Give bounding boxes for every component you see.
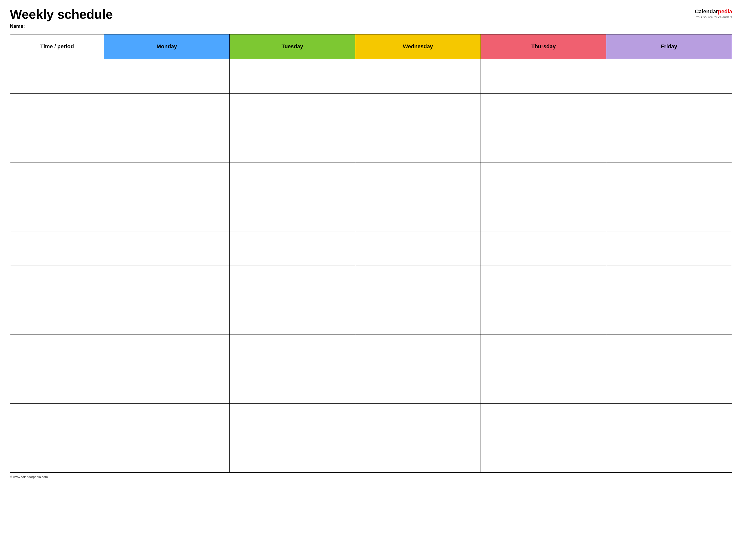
- table-row[interactable]: [10, 197, 732, 231]
- header-time: Time / period: [10, 34, 104, 59]
- header-thursday: Thursday: [481, 34, 606, 59]
- day-cell[interactable]: [481, 128, 606, 162]
- day-cell[interactable]: [606, 197, 732, 231]
- day-cell[interactable]: [355, 93, 481, 128]
- table-row[interactable]: [10, 59, 732, 93]
- day-cell[interactable]: [606, 266, 732, 300]
- day-cell[interactable]: [104, 59, 229, 93]
- day-cell[interactable]: [606, 128, 732, 162]
- day-cell[interactable]: [606, 438, 732, 472]
- day-cell[interactable]: [481, 438, 606, 472]
- day-cell[interactable]: [229, 231, 355, 266]
- time-cell[interactable]: [10, 266, 104, 300]
- time-cell[interactable]: [10, 197, 104, 231]
- header-friday: Friday: [606, 34, 732, 59]
- day-cell[interactable]: [481, 197, 606, 231]
- day-cell[interactable]: [481, 162, 606, 197]
- time-cell[interactable]: [10, 231, 104, 266]
- day-cell[interactable]: [606, 162, 732, 197]
- footer-text: © www.calendarpedia.com: [10, 475, 48, 479]
- table-row[interactable]: [10, 128, 732, 162]
- day-cell[interactable]: [104, 93, 229, 128]
- day-cell[interactable]: [229, 162, 355, 197]
- day-cell[interactable]: [229, 403, 355, 438]
- day-cell[interactable]: [606, 231, 732, 266]
- day-cell[interactable]: [104, 300, 229, 335]
- day-cell[interactable]: [481, 335, 606, 369]
- time-cell[interactable]: [10, 335, 104, 369]
- table-row[interactable]: [10, 438, 732, 472]
- day-cell[interactable]: [606, 335, 732, 369]
- day-cell[interactable]: [104, 438, 229, 472]
- day-cell[interactable]: [229, 300, 355, 335]
- day-cell[interactable]: [481, 266, 606, 300]
- header-tuesday: Tuesday: [229, 34, 355, 59]
- day-cell[interactable]: [481, 369, 606, 403]
- logo-black-text: Calendar: [695, 8, 718, 14]
- table-row[interactable]: [10, 403, 732, 438]
- footer: © www.calendarpedia.com: [10, 475, 732, 479]
- day-cell[interactable]: [606, 369, 732, 403]
- header-monday: Monday: [104, 34, 229, 59]
- time-cell[interactable]: [10, 162, 104, 197]
- day-cell[interactable]: [355, 197, 481, 231]
- day-cell[interactable]: [104, 128, 229, 162]
- day-cell[interactable]: [606, 93, 732, 128]
- logo-section: Calendarpedia Your source for calendars: [695, 8, 732, 19]
- day-cell[interactable]: [229, 438, 355, 472]
- day-cell[interactable]: [355, 300, 481, 335]
- time-cell[interactable]: [10, 369, 104, 403]
- day-cell[interactable]: [481, 403, 606, 438]
- day-cell[interactable]: [355, 162, 481, 197]
- day-cell[interactable]: [104, 335, 229, 369]
- day-cell[interactable]: [481, 93, 606, 128]
- time-cell[interactable]: [10, 93, 104, 128]
- day-cell[interactable]: [104, 231, 229, 266]
- header-wednesday: Wednesday: [355, 34, 481, 59]
- table-row[interactable]: [10, 335, 732, 369]
- day-cell[interactable]: [104, 197, 229, 231]
- time-cell[interactable]: [10, 128, 104, 162]
- day-cell[interactable]: [229, 369, 355, 403]
- day-cell[interactable]: [355, 369, 481, 403]
- day-cell[interactable]: [606, 300, 732, 335]
- schedule-table: Time / period Monday Tuesday Wednesday T…: [10, 34, 732, 472]
- time-cell[interactable]: [10, 438, 104, 472]
- day-cell[interactable]: [229, 128, 355, 162]
- day-cell[interactable]: [229, 335, 355, 369]
- table-row[interactable]: [10, 300, 732, 335]
- day-cell[interactable]: [104, 162, 229, 197]
- page-title: Weekly schedule: [10, 7, 113, 21]
- table-row[interactable]: [10, 162, 732, 197]
- time-cell[interactable]: [10, 59, 104, 93]
- day-cell[interactable]: [355, 128, 481, 162]
- day-cell[interactable]: [355, 231, 481, 266]
- day-cell[interactable]: [606, 59, 732, 93]
- day-cell[interactable]: [481, 300, 606, 335]
- table-header-row: Time / period Monday Tuesday Wednesday T…: [10, 34, 732, 59]
- table-row[interactable]: [10, 93, 732, 128]
- day-cell[interactable]: [229, 266, 355, 300]
- day-cell[interactable]: [229, 93, 355, 128]
- day-cell[interactable]: [355, 403, 481, 438]
- table-row[interactable]: [10, 266, 732, 300]
- day-cell[interactable]: [481, 231, 606, 266]
- day-cell[interactable]: [481, 59, 606, 93]
- day-cell[interactable]: [355, 438, 481, 472]
- table-row[interactable]: [10, 369, 732, 403]
- page-header: Weekly schedule Name: Calendarpedia Your…: [10, 7, 732, 29]
- day-cell[interactable]: [104, 369, 229, 403]
- name-label: Name:: [10, 23, 113, 29]
- logo-red-text: pedia: [718, 8, 732, 14]
- table-row[interactable]: [10, 231, 732, 266]
- day-cell[interactable]: [104, 403, 229, 438]
- time-cell[interactable]: [10, 403, 104, 438]
- time-cell[interactable]: [10, 300, 104, 335]
- day-cell[interactable]: [229, 197, 355, 231]
- day-cell[interactable]: [606, 403, 732, 438]
- day-cell[interactable]: [355, 59, 481, 93]
- day-cell[interactable]: [355, 335, 481, 369]
- day-cell[interactable]: [355, 266, 481, 300]
- day-cell[interactable]: [104, 266, 229, 300]
- day-cell[interactable]: [229, 59, 355, 93]
